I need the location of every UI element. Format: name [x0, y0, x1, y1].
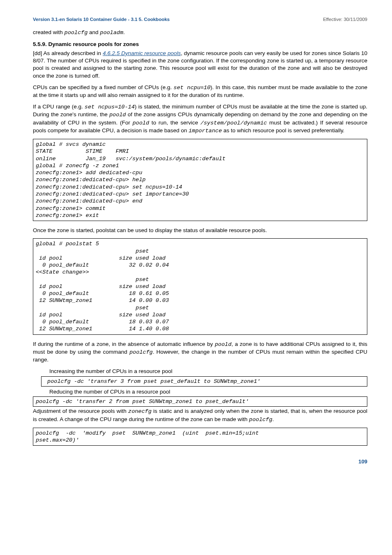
code-block-poolstat: global # poolstat 5 pset id pool size us…: [33, 238, 367, 334]
text: and: [88, 29, 100, 35]
code-service-path: /system/pool/dynamic: [201, 120, 267, 126]
code-poold: poold: [109, 112, 126, 118]
text: CPUs can be specified by a fixed number …: [33, 84, 173, 90]
text: .: [272, 416, 274, 422]
code-set-ncpu: set ncpu=10: [173, 85, 210, 91]
header-left: Version 3.1-en Solaris 10 Container Guid…: [33, 16, 170, 23]
intro-line: created with poolcfg and pooladm.: [33, 29, 367, 37]
code-poolcfg: poolcfg: [65, 30, 88, 36]
link-dynamic-pools[interactable]: 4.6.2.5 Dynamic resource pools: [103, 50, 181, 56]
paragraph-6: Adjustment of the resource pools with zo…: [33, 408, 367, 423]
text: Adjustment of the resource pools with: [33, 408, 128, 414]
code-pooladm: pooladm: [100, 30, 123, 36]
paragraph-1: [dd] As already described in 4.6.2.5 Dyn…: [33, 50, 367, 80]
code-poolcfg-2: poolcfg: [129, 349, 153, 355]
text: [dd] As already described in: [33, 50, 103, 56]
code-block-zonecfg: global # svcs dynamic STATE STIME FMRI o…: [33, 139, 367, 221]
text: If a CPU range (e.g.: [33, 104, 85, 110]
header-title: Solaris 10 Container Guide - 3.1 5. Cook…: [65, 17, 170, 22]
text: to run, the service: [149, 120, 201, 126]
page-number: 109: [33, 458, 367, 465]
paragraph-2: CPUs can be specified by a fixed number …: [33, 84, 367, 99]
code-zonecfg: zonecfg: [128, 408, 152, 415]
text: as to which resource pool is served pref…: [222, 127, 344, 134]
code-poold-3: poold: [215, 341, 232, 348]
text: If during the runtime of a zone, in the …: [33, 341, 215, 347]
header-version: Version 3.1-en: [33, 17, 65, 22]
label-increase: Increasing the number of CPUs in a resou…: [49, 368, 367, 375]
label-reduce: Reducing the number of CPUs in a resourc…: [49, 388, 367, 396]
text: .: [123, 29, 125, 35]
code-set-ncpus-range: set ncpus=10-14: [85, 104, 135, 110]
paragraph-5: If during the runtime of a zone, in the …: [33, 341, 367, 364]
paragraph-3: If a CPU range (e.g. set ncpus=10-14) is…: [33, 103, 367, 135]
section-heading: 5.5.9. Dynamic resource pools for zones: [33, 41, 367, 48]
header-date: Effective: 30/11/2009: [323, 16, 367, 23]
code-block-modify-pset: poolcfg -dc 'modify pset SUNWtmp_zone1 (…: [33, 428, 367, 446]
code-poold-2: poold: [133, 120, 150, 126]
text: created with: [33, 29, 65, 35]
code-block-transfer-reduce: poolcfg -dc 'transfer 2 from pset SUNWtm…: [33, 396, 367, 407]
code-poolcfg-3: poolcfg: [249, 417, 272, 423]
code-block-transfer-increase: poolcfg -dc 'transfer 3 from pset pset_d…: [41, 376, 367, 387]
code-importance: importance: [189, 128, 222, 134]
page-header: Version 3.1-en Solaris 10 Container Guid…: [33, 16, 367, 23]
paragraph-4: Once the zone is started, poolstat can b…: [33, 227, 367, 234]
